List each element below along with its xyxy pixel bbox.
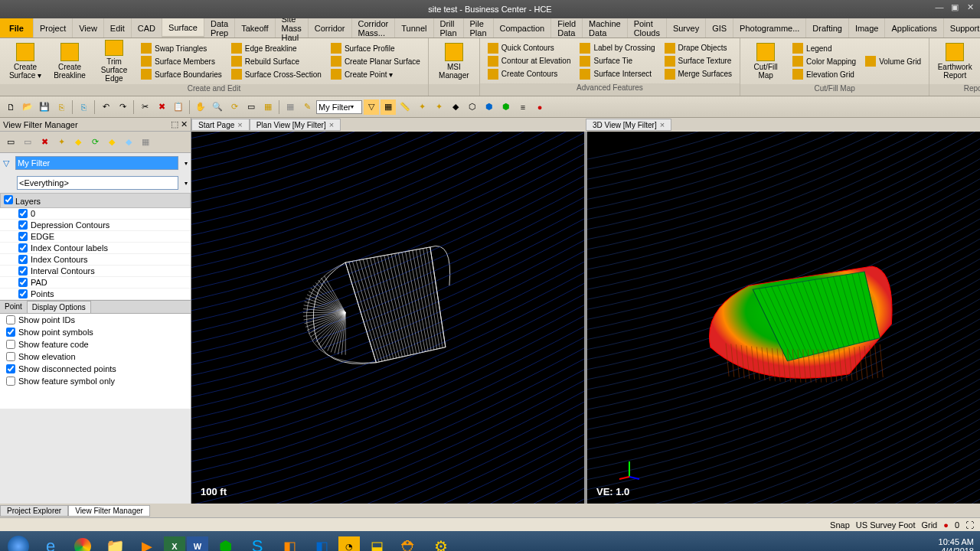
layer-checkbox[interactable] (18, 255, 28, 264)
menu-dataprep[interactable]: Data Prep (204, 18, 235, 37)
menu-compaction[interactable]: Compaction (494, 18, 552, 37)
cut-icon[interactable]: ✂ (137, 99, 152, 115)
display-option[interactable]: Show feature symbol only (0, 375, 191, 387)
status-units[interactable]: US Survey Foot (856, 520, 916, 530)
save-icon[interactable]: 💾 (37, 99, 52, 115)
ribbon-surfacecrosssection-button[interactable]: Surface Cross-Section (228, 68, 325, 80)
measure-icon[interactable]: 📏 (397, 99, 413, 115)
dropdown-icon[interactable]: ▾ (185, 160, 188, 167)
import-icon[interactable]: ⎘ (76, 99, 91, 115)
start-button[interactable] (3, 534, 34, 551)
filter-star-icon[interactable]: ✦ (54, 135, 69, 150)
tool-h-icon[interactable]: ● (532, 99, 547, 115)
filter2-icon[interactable]: ▦ (381, 99, 396, 115)
pan-icon[interactable]: ✋ (193, 99, 208, 115)
layer-checkbox[interactable] (18, 278, 28, 287)
excel-icon[interactable]: X (164, 536, 185, 551)
ie-icon[interactable]: e (35, 534, 66, 551)
filter-c-icon[interactable]: ▦ (138, 135, 153, 150)
ribbon-mergesurfaces-button[interactable]: Merge Surfaces (662, 68, 736, 80)
view-tab[interactable]: Plan View [My Filter] × (250, 119, 341, 131)
open-icon[interactable]: 📂 (20, 99, 35, 115)
select2-icon[interactable]: ▦ (260, 99, 276, 115)
menu-takeoff[interactable]: Takeoff (235, 18, 275, 37)
system-clock[interactable]: 10:45 AM4/4/2018 (939, 537, 974, 551)
tool-f-icon[interactable]: ⬢ (498, 99, 514, 115)
app1-icon[interactable]: ⬢ (210, 534, 240, 551)
minimize-button[interactable]: — (933, 2, 946, 12)
ribbon-cutfillmap-button[interactable]: Cut/FillMap (745, 40, 786, 83)
ribbon-contouratelevation-button[interactable]: Contour at Elevation (485, 55, 574, 67)
tab-display-options[interactable]: Display Options (27, 301, 91, 313)
close-tab-icon[interactable]: × (329, 120, 334, 129)
menu-applications[interactable]: Applications (885, 18, 943, 37)
menu-image[interactable]: Image (849, 18, 886, 37)
layer-item[interactable]: Points (0, 289, 191, 300)
ribbon-surfacetexture-button[interactable]: Surface Texture (662, 55, 736, 67)
app2-icon[interactable]: ◧ (274, 534, 305, 551)
display-option[interactable]: Show disconnected points (0, 363, 191, 375)
menu-cad[interactable]: CAD (132, 18, 162, 37)
plan-view[interactable]: 100 ft (191, 132, 584, 504)
ribbon-legend-button[interactable]: Legend (789, 42, 859, 54)
view-tab[interactable]: 3D View [My Filter] × (586, 119, 671, 131)
filter-name-combo[interactable]: My Filter (15, 156, 178, 170)
new-icon[interactable]: 🗋 (3, 99, 18, 115)
layer-checkbox[interactable] (18, 220, 28, 230)
tab-point[interactable]: Point (0, 301, 27, 313)
export-icon[interactable]: ⎘ (54, 99, 69, 115)
tab-project-explorer[interactable]: Project Explorer (0, 505, 68, 517)
skype-icon[interactable]: S (242, 534, 273, 551)
menu-survey[interactable]: Survey (667, 18, 706, 37)
filter-new-icon[interactable]: ▭ (3, 135, 18, 150)
ribbon-surfaceboundaries-button[interactable]: Surface Boundaries (138, 68, 225, 80)
ribbon-elevationgrid-button[interactable]: Elevation Grid (789, 68, 859, 80)
layer-checkbox[interactable] (18, 209, 28, 218)
layer-item[interactable]: Depression Contours (0, 220, 191, 231)
hardhat-icon[interactable]: ⛑ (394, 534, 424, 551)
display-option[interactable]: Show elevation (0, 350, 191, 363)
tool-g-icon[interactable]: ≡ (515, 99, 531, 115)
menu-gis[interactable]: GIS (706, 18, 733, 37)
3d-view[interactable]: VE: 1.0 (587, 132, 980, 504)
gear-icon[interactable]: ⚙ (426, 534, 456, 551)
display-option[interactable]: Show feature code (0, 338, 191, 350)
option-checkbox[interactable] (6, 315, 15, 324)
filter-a-icon[interactable]: ◆ (104, 135, 119, 150)
redo-icon[interactable]: ↷ (115, 99, 130, 115)
ribbon-surfaceintersect-button[interactable]: Surface Intersect (577, 68, 658, 80)
close-tab-icon[interactable]: × (237, 120, 242, 129)
layer-item[interactable]: EDGE (0, 231, 191, 243)
edit-line-icon[interactable]: ✎ (299, 99, 315, 115)
close-tab-icon[interactable]: × (660, 120, 665, 129)
rotate-icon[interactable]: ⟳ (227, 99, 242, 115)
menu-pointclouds[interactable]: Point Clouds (628, 18, 667, 37)
zoom-icon[interactable]: 🔍 (210, 99, 225, 115)
menu-edit[interactable]: Edit (104, 18, 132, 37)
paste-icon[interactable]: 📋 (171, 99, 186, 115)
menu-view[interactable]: View (73, 18, 104, 37)
grid-icon[interactable]: ▦ (283, 99, 298, 115)
layer-item[interactable]: Index Contour labels (0, 243, 191, 254)
menu-drillplan[interactable]: Drill Plan (434, 18, 464, 37)
ribbon-edgebreakline-button[interactable]: Edge Breakline (228, 42, 325, 54)
layer-checkbox[interactable] (18, 289, 28, 298)
status-grid[interactable]: Grid (921, 520, 937, 530)
ribbon-createplanarsurface-button[interactable]: Create Planar Surface (328, 55, 423, 67)
undo-icon[interactable]: ↶ (98, 99, 113, 115)
menu-support[interactable]: Support (944, 18, 980, 37)
panel-pin-icon[interactable]: ⬚ (171, 119, 178, 129)
option-checkbox[interactable] (6, 328, 15, 337)
scope-combo[interactable]: <Everything> (17, 176, 178, 190)
ribbon-drapeobjects-button[interactable]: Drape Objects (662, 42, 736, 54)
menu-surface[interactable]: Surface (162, 18, 204, 37)
menu-pileplan[interactable]: Pile Plan (464, 18, 494, 37)
menu-corridormass[interactable]: Corridor Mass... (352, 18, 396, 37)
status-snap[interactable]: Snap (830, 520, 850, 530)
outlook-icon[interactable]: ◔ (338, 536, 360, 551)
layer-item[interactable]: 0 (0, 208, 191, 220)
ribbon-colormapping-button[interactable]: Color Mapping (789, 55, 859, 67)
menu-photogramme[interactable]: Photogramme... (733, 18, 806, 37)
ribbon-quickcontours-button[interactable]: Quick Contours (485, 42, 574, 54)
app3-icon[interactable]: ◧ (306, 534, 337, 551)
